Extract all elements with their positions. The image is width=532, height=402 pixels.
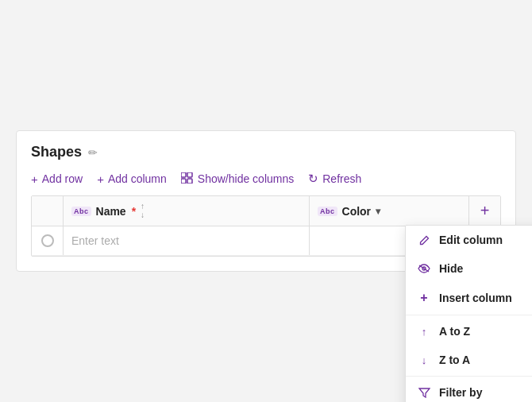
required-star: * (132, 205, 136, 218)
row-check-cell[interactable] (32, 226, 64, 255)
menu-label-filter: Filter by (439, 386, 482, 399)
add-column-button[interactable]: + Add column (97, 172, 167, 186)
menu-label-hide: Hide (439, 262, 463, 275)
svg-rect-0 (181, 172, 186, 177)
svg-rect-1 (187, 172, 192, 177)
svg-rect-2 (181, 179, 186, 184)
refresh-button[interactable]: ↻ Refresh (308, 172, 361, 186)
name-placeholder-text: Enter text (71, 234, 119, 247)
header-color-cell: Abc Color ▾ Edit column (310, 196, 468, 226)
add-row-button[interactable]: + Add row (31, 172, 83, 186)
row-radio[interactable] (41, 234, 54, 247)
hide-icon (417, 264, 431, 273)
svg-rect-3 (187, 179, 192, 184)
menu-item-insert-column[interactable]: + Insert column (406, 283, 532, 313)
sort-asc-icon[interactable]: ↑ (141, 203, 145, 211)
atoz-icon: ↑ (417, 326, 431, 338)
edit-title-icon[interactable]: ✏ (88, 146, 98, 159)
menu-label-atoz: A to Z (439, 325, 470, 338)
color-abc-badge: Abc (318, 207, 337, 216)
menu-item-edit-column[interactable]: Edit column (406, 226, 532, 254)
menu-label-edit-column: Edit column (439, 234, 503, 246)
table: Abc Name * ↑ ↓ Abc Color ▾ (31, 195, 501, 257)
table-header: Abc Name * ↑ ↓ Abc Color ▾ (32, 196, 500, 226)
menu-item-ztoa[interactable]: ↓ Z to A (406, 346, 532, 374)
menu-label-insert-column: Insert column (439, 292, 512, 304)
header-name-cell: Abc Name * ↑ ↓ (64, 196, 310, 226)
show-hide-icon (181, 172, 194, 186)
color-column-label: Color (342, 205, 372, 218)
menu-item-filter[interactable]: Filter by (406, 378, 532, 402)
row-name-cell[interactable]: Enter text (64, 226, 310, 255)
menu-item-hide[interactable]: Hide (406, 254, 532, 283)
edit-column-icon (417, 234, 431, 246)
add-row-icon: + (31, 172, 38, 186)
column-dropdown-menu: Edit column Hide (405, 225, 532, 402)
page-title: Shapes (31, 144, 82, 160)
menu-item-atoz[interactable]: ↑ A to Z (406, 317, 532, 346)
ztoa-icon: ↓ (417, 354, 431, 366)
color-column-chevron[interactable]: ▾ (376, 206, 380, 217)
name-abc-badge: Abc (71, 207, 91, 216)
add-column-icon: + (97, 172, 104, 186)
header-check-cell (32, 196, 64, 226)
main-card: Shapes ✏ + Add row + Add column Show/hid… (16, 130, 516, 272)
sort-desc-icon[interactable]: ↓ (141, 211, 145, 219)
add-column-header-button[interactable]: + (468, 196, 500, 226)
name-sort-icons[interactable]: ↑ ↓ (141, 203, 145, 219)
insert-column-icon: + (417, 291, 431, 305)
refresh-icon: ↻ (308, 172, 318, 186)
name-column-label: Name (96, 205, 126, 218)
title-row: Shapes ✏ (31, 144, 501, 160)
menu-label-ztoa: Z to A (439, 354, 470, 366)
show-hide-columns-button[interactable]: Show/hide columns (181, 172, 294, 186)
filter-icon (417, 388, 431, 398)
toolbar: + Add row + Add column Show/hide columns… (31, 172, 501, 186)
